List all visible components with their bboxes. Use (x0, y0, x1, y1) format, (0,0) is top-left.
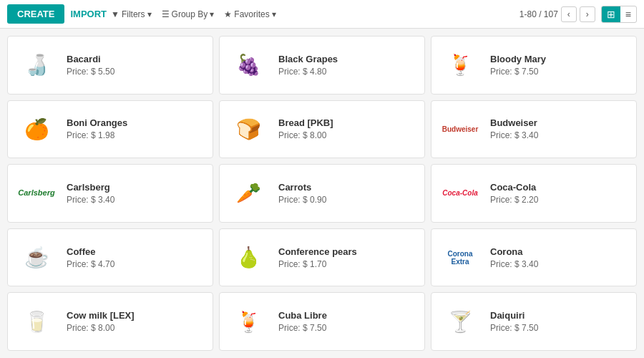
product-price: Price: $ 3.40 (490, 259, 629, 269)
product-name: Carlsberg (67, 182, 205, 193)
product-info: Carrots Price: $ 0.90 (278, 182, 417, 205)
product-info: Coffee Price: $ 4.70 (67, 246, 205, 269)
product-card-coca-cola[interactable]: Coca-Cola Coca-Cola Price: $ 2.20 (431, 164, 637, 223)
product-name: Cow milk [LEX] (67, 310, 205, 321)
product-image: 🍸 (439, 300, 482, 343)
product-name: Bloody Mary (490, 54, 629, 64)
toolbar-filters: ▼ Filters ▾ ☰ Group By ▾ ★ Favorites ▾ (107, 6, 280, 22)
list-view-button[interactable]: ≡ (620, 6, 636, 22)
product-name: Budweiser (490, 117, 629, 128)
favorites-button[interactable]: ★ Favorites ▾ (220, 6, 280, 22)
product-name: Conference pears (278, 246, 417, 257)
product-price: Price: $ 7.50 (490, 323, 629, 333)
product-card-corona[interactable]: CoronaExtra Corona Price: $ 3.40 (431, 228, 637, 287)
product-price: Price: $ 7.50 (278, 323, 417, 333)
product-name: Coca-Cola (490, 182, 629, 193)
view-toggle: ⊞ ≡ (601, 6, 637, 23)
product-image: 🍞 (227, 107, 270, 150)
product-image: 🍹 (227, 300, 270, 343)
product-image: CoronaExtra (439, 236, 482, 279)
product-grid: 🍶 Bacardi Price: $ 5.50 🍇 Black Grapes P… (0, 29, 644, 358)
product-name: Bread [PKB] (278, 117, 417, 128)
product-card-conference-pears[interactable]: 🍐 Conference pears Price: $ 1.70 (219, 228, 425, 287)
product-image: Budweiser (439, 107, 482, 150)
product-image: 🥛 (15, 300, 58, 343)
import-button[interactable]: IMPORT (70, 9, 107, 19)
product-info: Daiquiri Price: $ 7.50 (490, 310, 629, 333)
product-info: Bread [PKB] Price: $ 8.00 (278, 117, 417, 140)
product-image: 🍐 (227, 236, 270, 279)
create-button[interactable]: CREATE (7, 4, 64, 24)
product-price: Price: $ 5.50 (67, 67, 205, 77)
groupby-button[interactable]: ☰ Group By ▾ (157, 6, 219, 22)
product-price: Price: $ 4.80 (278, 67, 417, 77)
product-card-carrots[interactable]: 🥕 Carrots Price: $ 0.90 (219, 164, 425, 223)
product-info: Cuba Libre Price: $ 7.50 (278, 310, 417, 333)
product-price: Price: $ 8.00 (67, 323, 205, 333)
product-card-daiquiri[interactable]: 🍸 Daiquiri Price: $ 7.50 (431, 292, 637, 351)
product-card-cuba-libre[interactable]: 🍹 Cuba Libre Price: $ 7.50 (219, 292, 425, 351)
groupby-chevron: ▾ (210, 9, 214, 19)
product-info: Conference pears Price: $ 1.70 (278, 246, 417, 269)
pager-prev-button[interactable]: ‹ (561, 6, 577, 22)
pager-text: 1-80 / 107 (519, 9, 558, 19)
product-card-bacardi[interactable]: 🍶 Bacardi Price: $ 5.50 (7, 36, 213, 95)
product-image: 🍊 (15, 107, 58, 150)
product-price: Price: $ 8.00 (278, 130, 417, 140)
product-info: Bloody Mary Price: $ 7.50 (490, 54, 629, 77)
product-image: 🥕 (227, 172, 270, 215)
product-image: 🍶 (15, 44, 58, 87)
product-name: Cuba Libre (278, 310, 417, 321)
pager: 1-80 / 107 ‹ › (519, 6, 595, 22)
product-card-coffee[interactable]: ☕ Coffee Price: $ 4.70 (7, 228, 213, 287)
product-image: Coca-Cola (439, 172, 482, 215)
product-price: Price: $ 1.70 (278, 259, 417, 269)
product-name: Daiquiri (490, 310, 629, 321)
product-name: Corona (490, 246, 629, 257)
favorites-chevron: ▾ (272, 9, 276, 19)
product-info: Boni Oranges Price: $ 1.98 (67, 117, 205, 140)
product-image: ☕ (15, 236, 58, 279)
product-price: Price: $ 3.40 (67, 195, 205, 205)
product-price: Price: $ 4.70 (67, 259, 205, 269)
product-card-bloody-mary[interactable]: 🍹 Bloody Mary Price: $ 7.50 (431, 36, 637, 95)
product-name: Black Grapes (278, 54, 417, 64)
toolbar: CREATE IMPORT ▼ Filters ▾ ☰ Group By ▾ ★… (0, 0, 644, 29)
filter-icon: ▼ (111, 9, 119, 19)
product-name: Boni Oranges (67, 117, 205, 128)
product-info: Budweiser Price: $ 3.40 (490, 117, 629, 140)
product-info: Bacardi Price: $ 5.50 (67, 54, 205, 77)
product-image: 🍇 (227, 44, 270, 87)
product-price: Price: $ 7.50 (490, 67, 629, 77)
product-price: Price: $ 2.20 (490, 195, 629, 205)
product-price: Price: $ 1.98 (67, 130, 205, 140)
product-info: Carlsberg Price: $ 3.40 (67, 182, 205, 205)
product-info: Black Grapes Price: $ 4.80 (278, 54, 417, 77)
groupby-icon: ☰ (162, 9, 170, 19)
product-name: Bacardi (67, 54, 205, 64)
product-card-cow-milk[interactable]: 🥛 Cow milk [LEX] Price: $ 8.00 (7, 292, 213, 351)
product-info: Corona Price: $ 3.40 (490, 246, 629, 269)
product-card-boni-oranges[interactable]: 🍊 Boni Oranges Price: $ 1.98 (7, 100, 213, 159)
product-price: Price: $ 3.40 (490, 130, 629, 140)
star-icon: ★ (224, 9, 232, 19)
grid-view-button[interactable]: ⊞ (602, 6, 620, 22)
filters-button[interactable]: ▼ Filters ▾ (107, 6, 156, 22)
product-image: Carlsberg (15, 172, 58, 215)
product-info: Coca-Cola Price: $ 2.20 (490, 182, 629, 205)
product-card-carlsberg[interactable]: Carlsberg Carlsberg Price: $ 3.40 (7, 164, 213, 223)
product-image: 🍹 (439, 44, 482, 87)
product-info: Cow milk [LEX] Price: $ 8.00 (67, 310, 205, 333)
product-card-bread[interactable]: 🍞 Bread [PKB] Price: $ 8.00 (219, 100, 425, 159)
product-name: Coffee (67, 246, 205, 257)
product-card-budweiser[interactable]: Budweiser Budweiser Price: $ 3.40 (431, 100, 637, 159)
pager-next-button[interactable]: › (580, 6, 595, 22)
product-price: Price: $ 0.90 (278, 195, 417, 205)
filters-chevron: ▾ (147, 9, 152, 19)
product-name: Carrots (278, 182, 417, 193)
product-card-black-grapes[interactable]: 🍇 Black Grapes Price: $ 4.80 (219, 36, 425, 95)
